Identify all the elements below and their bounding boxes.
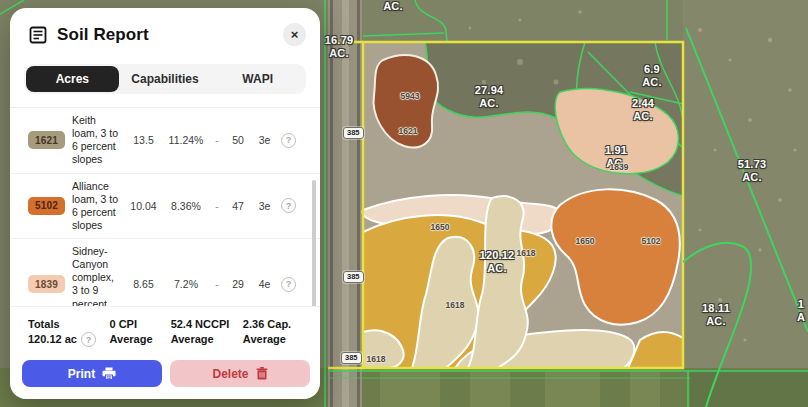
soil-code-badge: 5102	[28, 197, 65, 215]
print-button[interactable]: Print	[22, 360, 162, 387]
scrollbar[interactable]	[312, 180, 316, 306]
acres-value: 10.04	[128, 200, 159, 212]
panel-title: Soil Report	[57, 25, 274, 45]
cpi-dash: -	[213, 278, 221, 290]
print-button-label: Print	[68, 367, 95, 381]
soil-code-label: 1618	[438, 300, 472, 310]
soil-name: Alliance loam, 3 to 6 percent slopes	[72, 180, 121, 233]
capability-class: 3e	[255, 200, 274, 212]
nccpi-value: 47	[228, 200, 248, 212]
cpi-dash: -	[213, 200, 221, 212]
soil-code-badge: 1621	[28, 131, 65, 149]
acreage-label: 2.44 AC.	[613, 97, 673, 123]
tab-capabilities[interactable]: Capabilities	[119, 66, 212, 92]
highway-385-shield: 385	[343, 127, 364, 139]
soil-code-label: 1618	[509, 248, 543, 258]
tab-acres[interactable]: Acres	[26, 66, 119, 92]
table-row[interactable]: 5102 Alliance loam, 3 to 6 percent slope…	[10, 174, 320, 240]
tab-wapi[interactable]: WAPI	[211, 66, 304, 92]
help-icon[interactable]: ?	[281, 198, 296, 213]
soil-code-label: 1650	[568, 236, 602, 246]
printer-icon	[102, 367, 116, 380]
report-icon	[28, 25, 48, 45]
help-icon[interactable]: ?	[81, 332, 96, 347]
screen: AC. 16.79 AC. 27.94 AC. 6.9 AC. 2.44 AC.…	[0, 0, 808, 407]
totals-acres: 120.12 ac	[28, 332, 77, 347]
table-row[interactable]: 1621 Keith loam, 3 to 6 percent slopes 1…	[10, 108, 320, 174]
percent-value: 7.2%	[166, 278, 206, 290]
capability-class: 4e	[255, 278, 274, 290]
tab-bar: Acres Capabilities WAPI	[24, 64, 306, 94]
acreage-label: AC.	[363, 0, 423, 13]
soil-row-list[interactable]: 1621 Keith loam, 3 to 6 percent slopes 1…	[10, 107, 320, 306]
capability-class: 3e	[255, 134, 274, 146]
soil-code-label: 1839	[602, 162, 636, 172]
soil-code-label: 1650	[423, 222, 457, 232]
acreage-label: 6.9 AC.	[622, 63, 682, 89]
acreage-label: 18.11 AC.	[686, 302, 746, 328]
help-icon[interactable]: ?	[281, 133, 296, 148]
action-buttons: Print Delete	[10, 353, 320, 399]
help-icon[interactable]: ?	[281, 277, 296, 292]
nccpi-average: 52.4 NCCPI Average	[171, 317, 243, 347]
delete-button[interactable]: Delete	[170, 360, 310, 387]
soil-code-label: 1621	[391, 126, 425, 136]
acreage-label: 27.94 AC.	[459, 84, 519, 110]
nccpi-value: 29	[228, 278, 248, 290]
highway-385-shield: 385	[343, 271, 364, 283]
acres-value: 13.5	[128, 134, 159, 146]
highway-385-shield: 385	[341, 352, 362, 364]
soil-code-label: 5943	[393, 91, 427, 101]
cap-average: 2.36 Cap. Average	[243, 317, 304, 347]
cpi-average: 0 CPI Average	[110, 317, 171, 347]
nccpi-value: 50	[228, 134, 248, 146]
table-row[interactable]: 1839 Sidney-Canyon complex, 3 to 9 perce…	[10, 239, 320, 306]
totals-label: Totals	[28, 317, 110, 332]
close-button[interactable]: ×	[283, 23, 306, 46]
percent-value: 11.24%	[166, 134, 206, 146]
trash-icon	[256, 367, 268, 380]
panel-header: Soil Report ×	[10, 8, 320, 56]
soil-report-panel: Soil Report × Acres Capabilities WAPI 16…	[10, 8, 320, 399]
soil-code-label: 5102	[634, 236, 668, 246]
soil-name: Sidney-Canyon complex, 3 to 9 percent sl…	[72, 245, 121, 306]
cpi-dash: -	[213, 134, 221, 146]
totals-section: Totals 120.12 ac ? 0 CPI Average 52.4 NC…	[10, 306, 320, 353]
soil-code-label: 1618	[359, 354, 393, 364]
delete-button-label: Delete	[212, 367, 248, 381]
acreage-label: 51.73 AC.	[722, 158, 782, 184]
acreage-label-clipped: 1 A	[771, 298, 808, 324]
soil-code-badge: 1839	[28, 275, 65, 293]
soil-name: Keith loam, 3 to 6 percent slopes	[72, 114, 121, 167]
acres-value: 8.65	[128, 278, 159, 290]
percent-value: 8.36%	[166, 200, 206, 212]
